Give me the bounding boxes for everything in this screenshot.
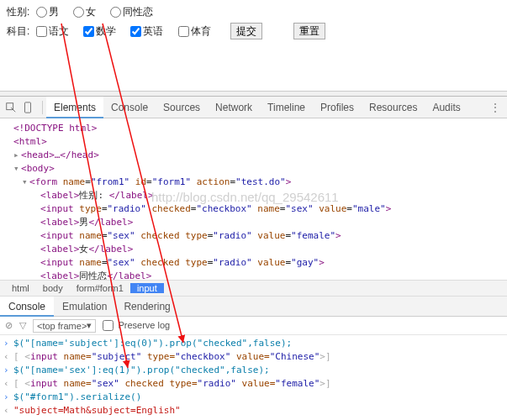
con-l3: $("[name='sex']:eq(1)").prop("checked",f… xyxy=(13,364,270,377)
row-subject: 科目: 语文 数学 英语 体育 提交 重置 xyxy=(7,23,500,39)
devtools-tabbar: Elements Console Sources Network Timelin… xyxy=(0,97,507,118)
tab-resources[interactable]: Resources xyxy=(362,97,425,118)
row-gender: 性别: 男 女 同性恋 xyxy=(7,5,500,19)
devtools: Elements Console Sources Network Timelin… xyxy=(0,96,507,420)
opt-chinese: 语文 xyxy=(49,25,69,37)
kebab-icon[interactable]: ⋮ xyxy=(489,101,502,114)
drawer-rendering[interactable]: Rendering xyxy=(115,297,178,317)
opt-male: 男 xyxy=(49,6,59,18)
console-controls: ⊘ ▽ <top frame> ▾ Preserve log xyxy=(0,317,507,335)
con-l6: "subject=Math&subject=English" xyxy=(13,404,181,417)
con-l5: $("#form1").serialize() xyxy=(13,391,141,404)
tab-profiles[interactable]: Profiles xyxy=(313,97,362,118)
tab-sources[interactable]: Sources xyxy=(156,97,208,118)
subject-label: 科目: xyxy=(7,25,29,37)
cb-english[interactable] xyxy=(130,26,141,37)
gender-label: 性别: xyxy=(7,6,29,18)
preserve-log[interactable]: Preserve log xyxy=(103,320,170,332)
tab-audits[interactable]: Audits xyxy=(425,97,467,118)
divider xyxy=(42,101,43,114)
device-icon[interactable] xyxy=(22,102,34,113)
cb-pe[interactable] xyxy=(178,26,189,37)
frame-select[interactable]: <top frame> ▾ xyxy=(33,319,96,333)
clear-console-icon[interactable]: ⊘ xyxy=(5,320,13,331)
opt-gay: 同性恋 xyxy=(123,6,153,18)
tab-network[interactable]: Network xyxy=(208,97,260,118)
opt-math: 数学 xyxy=(96,25,116,37)
crumb-form[interactable]: form#form1 xyxy=(70,283,130,293)
submit-button[interactable]: 提交 xyxy=(230,23,262,39)
filter-icon[interactable]: ▽ xyxy=(19,320,26,331)
radio-gay[interactable] xyxy=(110,7,121,18)
crumb-html[interactable]: html xyxy=(5,283,36,293)
drawer-tabs: Console Emulation Rendering xyxy=(0,297,507,317)
dom-tree[interactable]: http://blog.csdn.net/qq_29542611 <!DOCTY… xyxy=(0,118,507,280)
watermark: http://blog.csdn.net/qq_29542611 xyxy=(151,191,339,204)
crumb-input[interactable]: input xyxy=(130,283,164,293)
preserve-cb[interactable] xyxy=(103,320,114,331)
cb-math[interactable] xyxy=(83,26,94,37)
opt-pe: 体育 xyxy=(191,25,211,37)
drawer-console[interactable]: Console xyxy=(0,297,54,317)
opt-english: 英语 xyxy=(143,25,163,37)
inspect-icon[interactable] xyxy=(5,102,17,113)
radio-male[interactable] xyxy=(36,7,47,18)
page-form: 性别: 男 女 同性恋 科目: 语文 数学 英语 体育 提交 重置 xyxy=(0,0,507,91)
con-l1: $("[name='subject']:eq(0)").prop("checke… xyxy=(13,337,292,350)
breadcrumb: html body form#form1 input xyxy=(0,280,507,297)
crumb-body[interactable]: body xyxy=(36,283,70,293)
drawer-emulation[interactable]: Emulation xyxy=(54,297,115,317)
tab-elements[interactable]: Elements xyxy=(46,97,103,118)
radio-female[interactable] xyxy=(73,7,84,18)
tab-timeline[interactable]: Timeline xyxy=(260,97,313,118)
console-output[interactable]: ›$("[name='subject']:eq(0)").prop("check… xyxy=(0,335,507,420)
dom-doctype: <!DOCTYPE html> xyxy=(13,123,97,134)
con-l4: [ <input name="sex" checked type="radio"… xyxy=(13,377,331,391)
svg-rect-1 xyxy=(25,102,31,112)
opt-female: 女 xyxy=(86,6,96,18)
cb-chinese[interactable] xyxy=(36,26,47,37)
con-l2: [ <input name="subject" type="checkbox" … xyxy=(13,350,331,364)
tab-console[interactable]: Console xyxy=(103,97,156,118)
reset-button[interactable]: 重置 xyxy=(293,23,325,39)
